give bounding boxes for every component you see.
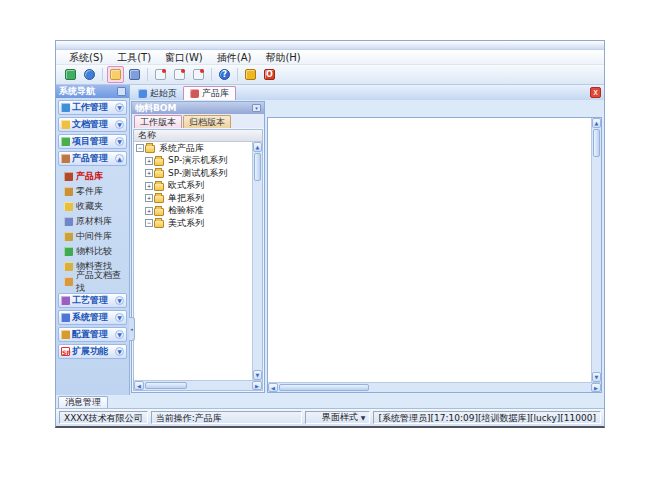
scroll-down-icon[interactable]: ▼ — [253, 370, 262, 380]
ui-style-dropdown[interactable]: 界面样式 ▼ — [305, 411, 371, 424]
sidebar-collapse-button[interactable]: ◂ — [129, 317, 135, 341]
close-form-button[interactable] — [190, 66, 207, 83]
new-form-icon — [155, 69, 166, 80]
close-form-icon — [193, 69, 204, 80]
tree-node[interactable]: +SP-演示机系列 — [134, 155, 252, 168]
open-form-button[interactable] — [171, 66, 188, 83]
toolbar-separator — [147, 68, 148, 81]
sidebar-section-product-management[interactable]: 产品管理▲ — [58, 151, 127, 166]
chevron-down-icon[interactable]: ▼ — [115, 296, 124, 305]
help-icon: ? — [219, 69, 230, 80]
sidebar-section-work-management[interactable]: 工作管理▼ — [58, 100, 127, 115]
scroll-up-icon[interactable]: ▲ — [592, 118, 601, 128]
chevron-down-icon[interactable]: ▼ — [115, 137, 124, 146]
chevron-up-icon[interactable]: ▲ — [115, 154, 124, 163]
tree-node[interactable]: +欧式系列 — [134, 180, 252, 193]
favorites-icon — [64, 202, 73, 211]
sidebar-item-favorites[interactable]: 收藏夹 — [62, 199, 127, 214]
bom-panel-menu-button[interactable]: ▾ — [252, 104, 261, 112]
start-page-icon — [138, 89, 147, 98]
menu-item-2[interactable]: 工具(T) — [110, 51, 158, 64]
bom-tab-archived-version[interactable]: 归档版本 — [183, 115, 231, 128]
scroll-down-icon[interactable]: ▼ — [592, 372, 601, 382]
sidebar-section-process-management[interactable]: 工艺管理▼ — [58, 293, 127, 308]
menu-item-5[interactable]: 帮助(H) — [258, 51, 307, 64]
section-label: 系统管理 — [72, 311, 115, 324]
sidebar-item-material-compare[interactable]: 物料比较 — [62, 244, 127, 259]
chevron-down-icon[interactable]: ▼ — [115, 330, 124, 339]
menu-item-1[interactable]: 系统(S) — [62, 51, 110, 64]
folder-icon — [154, 195, 164, 203]
screen-button[interactable] — [62, 66, 79, 83]
member-table: ▲ ▼ ◀ ▶ — [267, 117, 602, 393]
scrollbar-thumb[interactable] — [145, 382, 187, 389]
collapse-icon[interactable]: − — [136, 144, 144, 152]
new-form-button[interactable] — [152, 66, 169, 83]
sidebar-item-raw-material-library[interactable]: 原材料库 — [62, 214, 127, 229]
tree-node[interactable]: +检验标准 — [134, 205, 252, 218]
tree-node-label: SP-测试机系列 — [166, 167, 229, 180]
open-folder-icon — [110, 69, 121, 80]
sidebar-section-extended-functions[interactable]: SP扩展功能▼ — [58, 344, 127, 359]
tree-node[interactable]: −美式系列 — [134, 217, 252, 230]
sidebar-item-intermediate-library[interactable]: 中间件库 — [62, 229, 127, 244]
navigator-title: 系统导航 — [59, 85, 117, 98]
expand-icon[interactable]: + — [145, 182, 153, 190]
tree-node[interactable]: +SP-测试机系列 — [134, 167, 252, 180]
scrollbar-thumb[interactable] — [279, 384, 369, 391]
table-horizontal-scrollbar[interactable]: ◀ ▶ — [268, 382, 601, 392]
section-label: 文档管理 — [72, 118, 115, 131]
document-tabstrip: 起始页产品库x — [130, 85, 604, 100]
bom-tab-working-version[interactable]: 工作版本 — [134, 115, 182, 128]
scroll-left-icon[interactable]: ◀ — [268, 383, 278, 392]
collapse-icon[interactable]: − — [145, 219, 153, 227]
tree-node[interactable]: +单把系列 — [134, 192, 252, 205]
menu-item-3[interactable]: 窗口(W) — [158, 51, 210, 64]
scroll-right-icon[interactable]: ▶ — [252, 381, 262, 390]
scroll-right-icon[interactable]: ▶ — [591, 383, 601, 392]
expand-icon[interactable]: + — [145, 207, 153, 215]
sidebar-item-product-doc-search[interactable]: 产品文档查找 — [62, 274, 127, 289]
chevron-down-icon[interactable]: ▼ — [115, 103, 124, 112]
close-tab-button[interactable]: x — [590, 87, 601, 98]
scrollbar-thumb[interactable] — [593, 129, 600, 157]
chevron-down-icon[interactable]: ▼ — [115, 347, 124, 356]
tree-node-label: 欧式系列 — [166, 179, 206, 192]
sidebar-section-system-management[interactable]: 系统管理▼ — [58, 310, 127, 325]
sidebar-section-document-management[interactable]: 文档管理▼ — [58, 117, 127, 132]
tree-node-label: 检验标准 — [166, 204, 206, 217]
navigator-menu-icon[interactable] — [117, 87, 126, 96]
tree-column-header[interactable]: 名称 — [134, 130, 262, 142]
help-button[interactable]: ? — [216, 66, 233, 83]
window-titlebar[interactable] — [56, 41, 604, 50]
tree-vertical-scrollbar[interactable]: ▲ ▼ — [252, 142, 262, 380]
chevron-down-icon[interactable]: ▼ — [115, 313, 124, 322]
expand-icon[interactable]: + — [145, 169, 153, 177]
main-content: 系统导航 工作管理▼文档管理▼项目管理▼产品管理▲产品库零件库收藏夹原材料库中间… — [56, 85, 604, 395]
tab-label: 产品库 — [202, 87, 229, 100]
tree-node[interactable]: −系统产品库 — [134, 142, 252, 155]
tab-start-page[interactable]: 起始页 — [132, 86, 183, 100]
chevron-down-icon[interactable]: ▼ — [115, 120, 124, 129]
sidebar-section-config-management[interactable]: 配置管理▼ — [58, 327, 127, 342]
message-manager-tab[interactable]: 消息管理 — [58, 396, 108, 408]
table-vertical-scrollbar[interactable]: ▲ ▼ — [591, 118, 601, 382]
tree-horizontal-scrollbar[interactable]: ◀ ▶ — [134, 380, 262, 390]
exit-button[interactable]: O — [261, 66, 278, 83]
scroll-left-icon[interactable]: ◀ — [134, 381, 144, 390]
detail-tabs — [267, 101, 602, 116]
expand-icon[interactable]: + — [145, 194, 153, 202]
menu-item-4[interactable]: 插件(A) — [210, 51, 259, 64]
lock-button[interactable] — [242, 66, 259, 83]
globe-icon — [84, 69, 95, 80]
tab-product-library[interactable]: 产品库 — [183, 86, 236, 100]
expand-icon[interactable]: + — [145, 157, 153, 165]
sidebar-item-part-library[interactable]: 零件库 — [62, 184, 127, 199]
sidebar-section-project-management[interactable]: 项目管理▼ — [58, 134, 127, 149]
datagrid-button[interactable] — [126, 66, 143, 83]
globe-button[interactable] — [81, 66, 98, 83]
scrollbar-thumb[interactable] — [254, 153, 261, 181]
scroll-up-icon[interactable]: ▲ — [253, 142, 262, 152]
sidebar-item-product-library[interactable]: 产品库 — [62, 169, 127, 184]
open-folder-button[interactable] — [107, 66, 124, 83]
